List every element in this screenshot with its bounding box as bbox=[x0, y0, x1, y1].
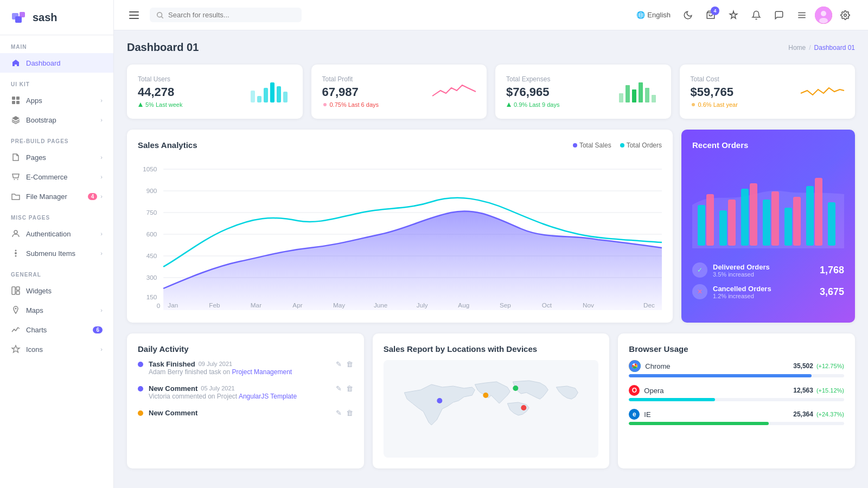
svg-text:Sep: Sep bbox=[500, 303, 511, 309]
browser-item-ie: e IE 25,364 (+24.37%) bbox=[629, 409, 844, 425]
svg-rect-28 bbox=[264, 88, 268, 102]
chevron-right-icon: › bbox=[100, 117, 103, 123]
notification-button[interactable] bbox=[746, 5, 766, 25]
hamburger-button[interactable] bbox=[127, 9, 141, 21]
breadcrumb-current: Dashboard 01 bbox=[814, 44, 855, 52]
sidebar-item-maps[interactable]: Maps › bbox=[0, 300, 113, 320]
delivered-sub: 3.5% increased bbox=[713, 271, 770, 278]
map-icon bbox=[11, 305, 21, 315]
language-selector[interactable]: 🌐 English bbox=[632, 9, 675, 21]
delivered-label: Delivered Orders bbox=[713, 263, 770, 271]
mini-chart-profit bbox=[432, 80, 476, 104]
charts-badge: 6 bbox=[93, 326, 103, 333]
section-label-misc: MISC PAGES bbox=[0, 206, 113, 224]
activity-content-0: Task Finished 09 July 2021 Adam Berry fi… bbox=[149, 360, 330, 376]
daily-activity-card: Daily Activity Task Finished 09 July 202… bbox=[127, 333, 364, 468]
cart-button[interactable]: 4 bbox=[701, 5, 720, 25]
sidebar-item-bootstrap[interactable]: Bootstrap › bbox=[0, 110, 113, 130]
svg-rect-4 bbox=[16, 97, 20, 100]
sidebar-section-main: MAIN Dashboard bbox=[0, 35, 113, 73]
cancelled-sub: 1.2% increased bbox=[713, 293, 771, 299]
delete-button-2[interactable]: 🗑 bbox=[346, 409, 353, 417]
ie-value: 25,364 bbox=[793, 410, 813, 418]
settings-button[interactable] bbox=[835, 5, 855, 25]
svg-rect-27 bbox=[257, 96, 261, 102]
delivered-value: 1,768 bbox=[820, 265, 844, 276]
section-label-main: MAIN bbox=[0, 35, 113, 53]
edit-button-0[interactable]: ✎ bbox=[336, 360, 342, 368]
svg-text:600: 600 bbox=[146, 232, 157, 237]
logo-text: sash bbox=[33, 11, 58, 24]
svg-rect-73 bbox=[771, 191, 779, 246]
svg-text:Feb: Feb bbox=[209, 303, 220, 309]
language-label: English bbox=[647, 11, 671, 19]
sidebar-item-widgets[interactable]: Widgets bbox=[0, 281, 113, 300]
svg-text:Aug: Aug bbox=[458, 303, 469, 309]
message-button[interactable] bbox=[769, 5, 789, 25]
delete-button-0[interactable]: 🗑 bbox=[346, 360, 353, 368]
section-label-uikit: UI KIT bbox=[0, 73, 113, 91]
svg-rect-14 bbox=[16, 287, 20, 290]
stat-change-users: 5% Last week bbox=[138, 101, 182, 108]
chart-title: Sales Analytics bbox=[138, 140, 197, 150]
stat-label-expenses: Total Expenses bbox=[506, 75, 559, 83]
activity-link-0[interactable]: Project Management bbox=[232, 368, 292, 376]
chart-icon bbox=[11, 325, 21, 335]
activity-link-1[interactable]: AngularJS Template bbox=[239, 393, 297, 400]
page-content: Dashboard 01 Home / Dashboard 01 Total U… bbox=[114, 30, 868, 488]
chevron-right-icon: › bbox=[100, 346, 103, 352]
sales-analytics-card: Sales Analytics Total Sales Total Orders bbox=[127, 130, 673, 323]
sidebar: sash MAIN Dashboard UI KIT Apps › bbox=[0, 0, 114, 488]
stat-value-expenses: $76,965 bbox=[506, 85, 559, 99]
mini-chart-expenses bbox=[617, 80, 660, 104]
activity-item-2: New Comment ✎ 🗑 bbox=[138, 409, 353, 417]
sidebar-item-pages[interactable]: Pages › bbox=[0, 147, 113, 167]
dark-mode-toggle[interactable] bbox=[678, 5, 698, 25]
edit-button-2[interactable]: ✎ bbox=[336, 409, 342, 417]
ie-change: (+24.37%) bbox=[816, 411, 844, 418]
sidebar-item-submenu[interactable]: Submenu Items › bbox=[0, 243, 113, 263]
menu-button[interactable] bbox=[792, 5, 812, 25]
search-input[interactable] bbox=[168, 11, 295, 19]
svg-point-16 bbox=[15, 308, 17, 310]
sidebar-item-label: Authentication bbox=[26, 230, 71, 238]
avatar[interactable] bbox=[815, 7, 832, 24]
file-icon bbox=[11, 152, 21, 162]
submenu-icon bbox=[11, 248, 21, 258]
chevron-right-icon: › bbox=[100, 250, 103, 256]
search-bar[interactable] bbox=[150, 8, 302, 22]
svg-point-7 bbox=[14, 179, 15, 180]
browser-usage-card: Browser Usage Chrome 35,502 bbox=[618, 333, 855, 468]
stat-card-users: Total Users 44,278 5% Last week bbox=[127, 65, 303, 119]
svg-rect-68 bbox=[719, 210, 727, 246]
cart-badge: 4 bbox=[711, 7, 719, 15]
opera-change: (+15.12%) bbox=[816, 387, 844, 394]
sidebar-item-label: Widgets bbox=[26, 287, 52, 295]
svg-point-79 bbox=[437, 398, 442, 403]
logo-icon bbox=[11, 9, 28, 26]
sidebar-item-ecommerce[interactable]: E-Commerce › bbox=[0, 167, 113, 187]
breadcrumb-home[interactable]: Home bbox=[788, 44, 806, 52]
activity-title-0: Task Finished bbox=[149, 360, 195, 368]
sidebar-item-apps[interactable]: Apps › bbox=[0, 91, 113, 110]
svg-rect-67 bbox=[706, 194, 714, 246]
sidebar-item-icons[interactable]: Icons › bbox=[0, 339, 113, 359]
sidebar-item-filemanager[interactable]: File Manager 4 › bbox=[0, 187, 113, 206]
breadcrumb-separator: / bbox=[809, 44, 810, 52]
activity-date-0: 09 July 2021 bbox=[199, 361, 232, 367]
sidebar-item-dashboard[interactable]: Dashboard bbox=[0, 53, 113, 73]
svg-point-24 bbox=[819, 18, 828, 23]
world-map-svg bbox=[384, 360, 599, 458]
stat-info-cost: Total Cost $59,765 0.6% Last year bbox=[691, 75, 738, 108]
orders-bar-chart bbox=[692, 156, 844, 254]
svg-text:0: 0 bbox=[157, 303, 161, 309]
activity-list: Task Finished 09 July 2021 Adam Berry fi… bbox=[138, 360, 353, 417]
edit-button-1[interactable]: ✎ bbox=[336, 384, 342, 393]
map-card: Sales Report by Locations with Devices bbox=[373, 333, 610, 468]
sparkle-button[interactable] bbox=[724, 5, 743, 25]
sidebar-item-authentication[interactable]: Authentication › bbox=[0, 224, 113, 243]
page-title: Dashboard 01 bbox=[127, 41, 199, 54]
sidebar-item-charts[interactable]: Charts 6 bbox=[0, 320, 113, 339]
delete-button-1[interactable]: 🗑 bbox=[346, 384, 353, 393]
recent-orders-title: Recent Orders bbox=[692, 140, 844, 150]
